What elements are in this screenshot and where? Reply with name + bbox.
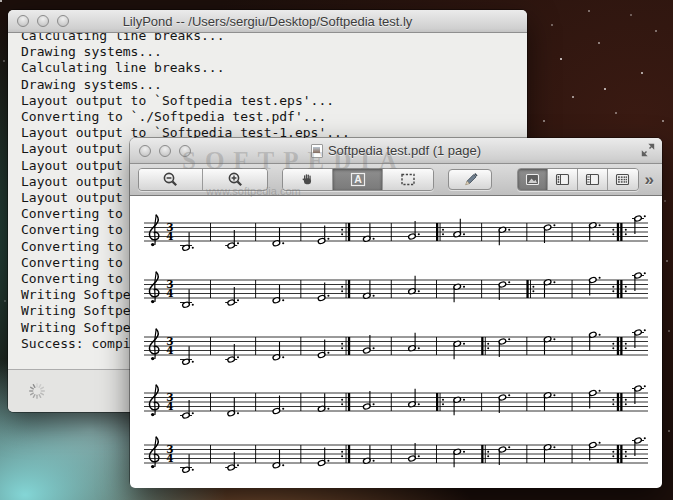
close-button[interactable] — [17, 15, 29, 27]
thumbnails-button[interactable] — [548, 169, 578, 190]
rect-select-icon — [400, 172, 416, 187]
log-line: Drawing systems... — [21, 44, 527, 60]
tool-segmented-control: A — [282, 168, 434, 191]
log-line: Calculating line breaks... — [21, 33, 527, 44]
thumbnails-sidebar-icon — [555, 173, 570, 186]
svg-text:4: 4 — [166, 400, 173, 412]
desktop-stars — [0, 0, 2, 2]
move-tool-button[interactable] — [283, 169, 333, 190]
terminal-window-title: LilyPond -- /Users/sergiu/Desktop/Softpe… — [8, 14, 527, 29]
pdf-page[interactable]: 3434343434 — [130, 196, 662, 488]
text-select-icon: A — [350, 172, 366, 187]
pdf-document-icon — [311, 144, 323, 158]
pencil-icon — [462, 172, 479, 187]
preview-pdf-window: Softpedia test.pdf (1 page) — [130, 138, 662, 487]
preview-window-title: Softpedia test.pdf (1 page) — [328, 143, 481, 158]
log-line: Converting to `./Softpedia test.pdf'... — [21, 109, 527, 125]
zoom-button[interactable] — [57, 15, 69, 27]
svg-text:4: 4 — [166, 287, 173, 299]
svg-text:4: 4 — [166, 230, 173, 242]
log-line: Calculating line breaks... — [21, 60, 527, 76]
minimize-button[interactable] — [159, 145, 171, 157]
zoom-out-button[interactable] — [139, 169, 203, 190]
content-only-button[interactable] — [518, 169, 548, 190]
contact-sheet-button[interactable] — [608, 169, 638, 190]
zoom-out-icon — [162, 171, 179, 188]
preview-titlebar[interactable]: Softpedia test.pdf (1 page) — [130, 138, 662, 164]
zoom-in-icon — [227, 171, 244, 188]
svg-text:4: 4 — [166, 452, 173, 464]
content-only-icon — [525, 173, 540, 186]
zoom-button[interactable] — [179, 145, 191, 157]
terminal-titlebar[interactable]: LilyPond -- /Users/sergiu/Desktop/Softpe… — [8, 10, 527, 33]
text-tool-button[interactable]: A — [333, 169, 383, 190]
zoom-in-button[interactable] — [203, 169, 267, 190]
svg-text:4: 4 — [166, 344, 173, 356]
table-of-contents-button[interactable] — [578, 169, 608, 190]
zoom-segmented-control — [138, 168, 268, 191]
annotate-button[interactable] — [448, 169, 492, 190]
view-segmented-control — [517, 168, 639, 191]
svg-text:A: A — [354, 173, 362, 185]
sheet-music: 3434343434 — [130, 196, 662, 488]
minimize-button[interactable] — [37, 15, 49, 27]
fullscreen-arrows-icon[interactable] — [641, 143, 655, 157]
preview-toolbar: A — [130, 164, 662, 196]
contact-sheet-grid-icon — [615, 173, 630, 186]
hand-icon — [300, 172, 315, 187]
toc-sidebar-icon — [585, 173, 600, 186]
select-tool-button[interactable] — [383, 169, 433, 190]
log-line: Layout output to `Softpedia test.eps'... — [21, 93, 527, 109]
close-button[interactable] — [139, 145, 151, 157]
log-line: Drawing systems... — [21, 77, 527, 93]
progress-spinner-icon — [28, 382, 46, 400]
toolbar-overflow-button[interactable]: » — [645, 169, 654, 190]
